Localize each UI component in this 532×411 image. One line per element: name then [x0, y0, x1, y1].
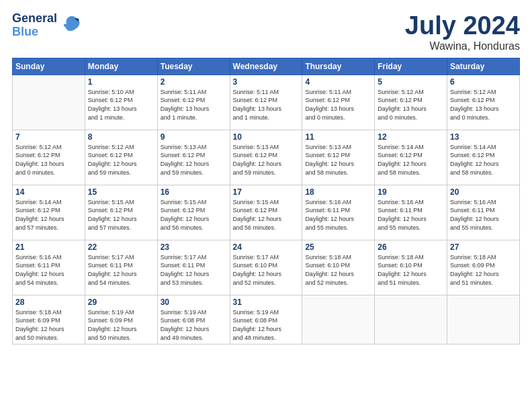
day-info: Sunrise: 5:10 AMSunset: 6:12 PMDaylight:…	[88, 88, 154, 122]
table-row: 17Sunrise: 5:15 AMSunset: 6:12 PMDayligh…	[230, 185, 302, 240]
day-info: Sunrise: 5:15 AMSunset: 6:12 PMDaylight:…	[233, 198, 300, 232]
logo-general: General	[12, 12, 57, 26]
day-number: 31	[233, 298, 300, 307]
table-row: 15Sunrise: 5:15 AMSunset: 6:12 PMDayligh…	[85, 185, 157, 240]
day-number: 23	[161, 242, 227, 252]
page: General Blue July 2024 Wawina, Honduras …	[0, 0, 532, 411]
table-row: 27Sunrise: 5:18 AMSunset: 6:09 PMDayligh…	[447, 240, 520, 295]
table-row	[13, 75, 85, 130]
day-number: 11	[305, 132, 371, 142]
day-info: Sunrise: 5:18 AMSunset: 6:10 PMDaylight:…	[305, 253, 371, 287]
day-info: Sunrise: 5:19 AMSunset: 6:09 PMDaylight:…	[88, 308, 154, 342]
table-row	[302, 295, 375, 344]
day-number: 24	[233, 242, 300, 252]
table-row: 29Sunrise: 5:19 AMSunset: 6:09 PMDayligh…	[85, 295, 157, 344]
table-row: 18Sunrise: 5:16 AMSunset: 6:11 PMDayligh…	[302, 185, 375, 240]
table-row: 6Sunrise: 5:12 AMSunset: 6:12 PMDaylight…	[447, 75, 520, 130]
table-row: 25Sunrise: 5:18 AMSunset: 6:10 PMDayligh…	[302, 240, 375, 295]
day-number: 20	[450, 187, 517, 197]
table-row: 22Sunrise: 5:17 AMSunset: 6:11 PMDayligh…	[85, 240, 157, 295]
day-info: Sunrise: 5:13 AMSunset: 6:12 PMDaylight:…	[305, 143, 371, 177]
day-info: Sunrise: 5:16 AMSunset: 6:11 PMDaylight:…	[378, 198, 444, 232]
day-number: 4	[305, 77, 371, 87]
day-info: Sunrise: 5:11 AMSunset: 6:12 PMDaylight:…	[305, 88, 371, 122]
table-row: 7Sunrise: 5:12 AMSunset: 6:12 PMDaylight…	[13, 130, 85, 185]
table-row: 2Sunrise: 5:11 AMSunset: 6:12 PMDaylight…	[157, 75, 230, 130]
table-row: 13Sunrise: 5:14 AMSunset: 6:12 PMDayligh…	[447, 130, 520, 185]
day-info: Sunrise: 5:17 AMSunset: 6:10 PMDaylight:…	[233, 253, 300, 287]
col-saturday: Saturday	[447, 58, 520, 75]
day-info: Sunrise: 5:17 AMSunset: 6:11 PMDaylight:…	[161, 253, 227, 287]
day-info: Sunrise: 5:16 AMSunset: 6:11 PMDaylight:…	[450, 198, 517, 232]
day-number: 15	[88, 187, 154, 197]
title-month: July 2024	[405, 12, 520, 40]
day-number: 30	[161, 298, 227, 307]
table-row: 8Sunrise: 5:12 AMSunset: 6:12 PMDaylight…	[85, 130, 157, 185]
col-thursday: Thursday	[302, 58, 375, 75]
day-info: Sunrise: 5:12 AMSunset: 6:12 PMDaylight:…	[450, 88, 517, 122]
table-row: 28Sunrise: 5:18 AMSunset: 6:09 PMDayligh…	[13, 295, 85, 344]
logo-bird-icon	[61, 13, 83, 38]
day-info: Sunrise: 5:13 AMSunset: 6:12 PMDaylight:…	[161, 143, 227, 177]
day-info: Sunrise: 5:13 AMSunset: 6:12 PMDaylight:…	[233, 143, 300, 177]
table-row: 16Sunrise: 5:15 AMSunset: 6:12 PMDayligh…	[157, 185, 230, 240]
day-info: Sunrise: 5:16 AMSunset: 6:11 PMDaylight:…	[305, 198, 371, 232]
table-row: 11Sunrise: 5:13 AMSunset: 6:12 PMDayligh…	[302, 130, 375, 185]
day-info: Sunrise: 5:18 AMSunset: 6:09 PMDaylight:…	[450, 253, 517, 287]
day-number: 19	[378, 187, 444, 197]
table-row	[447, 295, 520, 344]
logo: General Blue	[12, 12, 83, 39]
day-info: Sunrise: 5:15 AMSunset: 6:12 PMDaylight:…	[88, 198, 154, 232]
header: General Blue July 2024 Wawina, Honduras	[12, 12, 520, 52]
day-number: 8	[88, 132, 154, 142]
day-info: Sunrise: 5:12 AMSunset: 6:12 PMDaylight:…	[15, 143, 82, 177]
table-row: 24Sunrise: 5:17 AMSunset: 6:10 PMDayligh…	[230, 240, 302, 295]
day-number: 29	[88, 298, 154, 307]
table-row: 9Sunrise: 5:13 AMSunset: 6:12 PMDaylight…	[157, 130, 230, 185]
table-row: 3Sunrise: 5:11 AMSunset: 6:12 PMDaylight…	[230, 75, 302, 130]
day-number: 28	[15, 298, 82, 307]
col-tuesday: Tuesday	[157, 58, 230, 75]
day-number: 27	[450, 242, 517, 252]
table-row: 19Sunrise: 5:16 AMSunset: 6:11 PMDayligh…	[375, 185, 447, 240]
day-number: 12	[378, 132, 444, 142]
table-row: 4Sunrise: 5:11 AMSunset: 6:12 PMDaylight…	[302, 75, 375, 130]
table-row: 21Sunrise: 5:16 AMSunset: 6:11 PMDayligh…	[13, 240, 85, 295]
day-number: 22	[88, 242, 154, 252]
col-wednesday: Wednesday	[230, 58, 302, 75]
day-info: Sunrise: 5:14 AMSunset: 6:12 PMDaylight:…	[15, 198, 82, 232]
day-info: Sunrise: 5:17 AMSunset: 6:11 PMDaylight:…	[88, 253, 154, 287]
table-row: 30Sunrise: 5:19 AMSunset: 6:08 PMDayligh…	[157, 295, 230, 344]
calendar-header-row: Sunday Monday Tuesday Wednesday Thursday…	[13, 58, 520, 75]
table-row: 1Sunrise: 5:10 AMSunset: 6:12 PMDaylight…	[85, 75, 157, 130]
day-number: 14	[15, 187, 82, 197]
col-monday: Monday	[85, 58, 157, 75]
table-row: 12Sunrise: 5:14 AMSunset: 6:12 PMDayligh…	[375, 130, 447, 185]
day-number: 10	[233, 132, 300, 142]
day-info: Sunrise: 5:11 AMSunset: 6:12 PMDaylight:…	[233, 88, 300, 122]
day-number: 3	[233, 77, 300, 87]
day-number: 21	[15, 242, 82, 252]
day-number: 9	[161, 132, 227, 142]
calendar-table: Sunday Monday Tuesday Wednesday Thursday…	[12, 58, 520, 345]
day-info: Sunrise: 5:19 AMSunset: 6:08 PMDaylight:…	[161, 308, 227, 342]
table-row: 31Sunrise: 5:19 AMSunset: 6:08 PMDayligh…	[230, 295, 302, 344]
col-friday: Friday	[375, 58, 447, 75]
day-number: 25	[305, 242, 371, 252]
day-number: 1	[88, 77, 154, 87]
day-info: Sunrise: 5:16 AMSunset: 6:11 PMDaylight:…	[15, 253, 82, 287]
title-block: July 2024 Wawina, Honduras	[405, 12, 520, 52]
logo-blue: Blue	[12, 26, 57, 39]
table-row: 14Sunrise: 5:14 AMSunset: 6:12 PMDayligh…	[13, 185, 85, 240]
day-number: 7	[15, 132, 82, 142]
day-info: Sunrise: 5:12 AMSunset: 6:12 PMDaylight:…	[88, 143, 154, 177]
day-number: 13	[450, 132, 517, 142]
day-info: Sunrise: 5:18 AMSunset: 6:09 PMDaylight:…	[15, 308, 82, 342]
day-number: 16	[161, 187, 227, 197]
day-info: Sunrise: 5:18 AMSunset: 6:10 PMDaylight:…	[378, 253, 444, 287]
day-info: Sunrise: 5:14 AMSunset: 6:12 PMDaylight:…	[450, 143, 517, 177]
day-number: 26	[378, 242, 444, 252]
day-number: 17	[233, 187, 300, 197]
day-info: Sunrise: 5:12 AMSunset: 6:12 PMDaylight:…	[378, 88, 444, 122]
title-location: Wawina, Honduras	[405, 40, 520, 52]
